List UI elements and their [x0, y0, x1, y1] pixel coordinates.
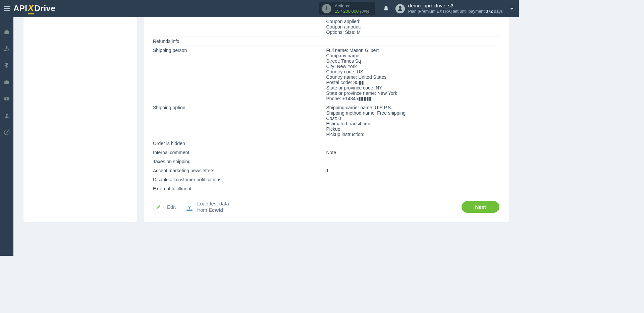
- row-shipping-option: Shipping option Shipping carrier name: U…: [153, 103, 499, 139]
- row-external-fulfillment: External fulfillment: [153, 184, 499, 193]
- row-shipping-person: Shipping person Full name: Mason Gilbert…: [153, 46, 499, 103]
- panel-footer: Edit Load test data from Ecwid Next: [153, 193, 499, 213]
- actions-label: Actions:: [335, 3, 369, 9]
- svg-point-1: [6, 114, 8, 116]
- sidebar-item-tools[interactable]: [2, 78, 12, 86]
- user-name: demo_apix-drive_s3: [408, 3, 503, 9]
- sidebar-item-account[interactable]: [2, 112, 12, 120]
- sidebar-item-home[interactable]: [2, 28, 12, 36]
- value-shipping-person: Full name: Mason Gilbert Company name: S…: [326, 48, 500, 101]
- row-disable-notifications: Disable all customer notifications: [153, 175, 499, 184]
- user-menu-toggle[interactable]: [509, 6, 514, 11]
- row-accept-marketing: Accept marketing newsletters 1: [153, 166, 499, 175]
- logo[interactable]: API X Drive: [13, 3, 55, 14]
- sitemap-icon: [4, 46, 10, 52]
- user-menu[interactable]: demo_apix-drive_s3 Plan |Premium EXTRA| …: [395, 3, 503, 14]
- row-internal-comment: Internal comment Note: [153, 148, 499, 157]
- briefcase-icon: [4, 79, 10, 85]
- content-area: Coupon applied: Coupon amount: Options: …: [13, 17, 519, 256]
- edit-label: Edit: [167, 204, 176, 210]
- user-icon: [4, 113, 10, 119]
- pencil-icon: [153, 202, 164, 212]
- home-icon: [4, 29, 10, 35]
- download-icon: [185, 203, 194, 211]
- sidebar-item-connections[interactable]: [2, 45, 12, 53]
- next-button[interactable]: Next: [462, 201, 499, 213]
- details-panel: Coupon applied: Coupon amount: Options: …: [144, 17, 509, 222]
- sidebar-item-help[interactable]: [2, 128, 12, 136]
- youtube-icon: [4, 96, 10, 102]
- chevron-down-icon: [509, 7, 514, 10]
- dollar-icon: [4, 62, 10, 68]
- menu-toggle[interactable]: [0, 6, 13, 11]
- bell-icon: [383, 5, 389, 12]
- row-refunds-info: Refunds info: [153, 37, 499, 46]
- load-test-data-label: Load test data from Ecwid: [197, 201, 229, 213]
- value-coupon-options: Coupon applied: Coupon amount: Options: …: [326, 19, 500, 35]
- help-icon: [4, 129, 10, 135]
- left-sidebar: [0, 17, 13, 256]
- logo-x: X: [28, 3, 34, 14]
- left-panel: [23, 17, 137, 222]
- top-header: API X Drive i Actions: 15 / 200'000(0%): [0, 0, 519, 17]
- sidebar-item-video[interactable]: [2, 95, 12, 103]
- actions-box[interactable]: i Actions: 15 / 200'000(0%): [319, 2, 375, 15]
- logo-api: API: [13, 4, 28, 13]
- row-order-hidden: Order is hidden: [153, 139, 499, 148]
- row-taxes-shipping: Taxes on shipping: [153, 157, 499, 166]
- info-icon: i: [322, 4, 331, 13]
- sidebar-item-billing[interactable]: [2, 61, 12, 69]
- notifications-button[interactable]: [380, 5, 392, 12]
- value-shipping-option: Shipping carrier name: U.S.P.S. Shipping…: [326, 105, 500, 137]
- load-test-data-button[interactable]: Load test data from Ecwid: [185, 201, 229, 213]
- edit-button[interactable]: Edit: [153, 202, 176, 212]
- actions-counter: 15 / 200'000(0%): [335, 9, 369, 14]
- hamburger-icon: [4, 6, 10, 11]
- user-plan: Plan |Premium EXTRA| left until payment …: [408, 9, 503, 14]
- row-coupon-options: Coupon applied: Coupon amount: Options: …: [153, 17, 499, 37]
- avatar-icon: [395, 4, 405, 13]
- logo-drive: Drive: [35, 4, 56, 13]
